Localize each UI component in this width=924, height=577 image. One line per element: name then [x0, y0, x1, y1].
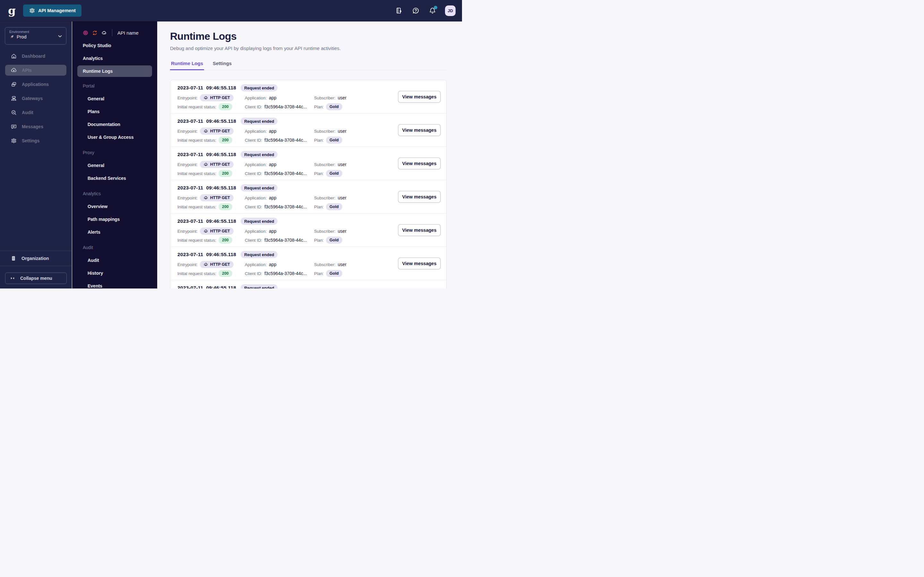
tab-settings[interactable]: Settings — [212, 61, 233, 70]
log-col-application: Application: app Client ID: f3c5964a-370… — [245, 93, 307, 111]
log-col-request: Entrypoint: HTTP GET Initial request sta… — [178, 93, 234, 111]
api-management-button[interactable]: API Management — [23, 5, 81, 17]
application-value: app — [269, 129, 276, 134]
status-field: Initial request status: 200 — [178, 269, 234, 277]
log-col-subscriber: Subscriber: user Plan: Gold — [314, 127, 347, 145]
api-menu-item-alerts[interactable]: Alerts — [72, 226, 157, 239]
log-entry: 2023-07-1109:46:55.118 Request ended Ent… — [170, 147, 446, 180]
api-menu-item-user-group-access[interactable]: User & Group Access — [72, 131, 157, 143]
plan-field: Plan: Gold — [314, 103, 347, 111]
gear-icon — [29, 7, 35, 14]
view-messages-button[interactable]: View messages — [398, 157, 441, 169]
cloud-check-icon — [102, 30, 107, 35]
sidebar-item-audit[interactable]: Audit — [5, 105, 66, 119]
api-menu-item-runtime-logs[interactable]: Runtime Logs — [78, 65, 152, 77]
sidebar-item-messages[interactable]: Messages — [5, 119, 66, 134]
log-entry-header: 2023-07-1109:46:55.118 Request ended — [178, 118, 278, 125]
log-entry-header: 2023-07-1109:46:55.118 Request ended — [178, 151, 278, 158]
log-col-request: Entrypoint: HTTP GET Initial request sta… — [178, 193, 234, 211]
api-menu-item-documentation[interactable]: Documentation — [72, 118, 157, 131]
tab-bar: Runtime Logs Settings — [170, 61, 447, 70]
sidebar-item-applications[interactable]: Applications — [5, 77, 66, 91]
page-subtitle: Debug and optimize your API by displayin… — [170, 45, 449, 51]
log-entry: 2023-07-1109:46:55.118 Request ended Ent… — [170, 280, 446, 288]
main-content: Runtime Logs Debug and optimize your API… — [157, 21, 462, 288]
application-value: app — [269, 95, 276, 100]
documentation-help-icon[interactable] — [395, 6, 403, 15]
log-timestamp: 2023-07-1109:46:55.118 — [178, 118, 236, 124]
http-method-badge: HTTP GET — [200, 161, 234, 168]
environment-selector[interactable]: Environment Prod — [5, 27, 66, 45]
api-menu-section-audit: Audit — [72, 241, 157, 254]
sidebar-item-organization[interactable]: Organization — [0, 251, 71, 266]
status-code-badge: 200 — [218, 137, 232, 143]
api-menu-item-events[interactable]: Events — [72, 279, 157, 288]
sidebar-item-gateways[interactable]: Gateways — [5, 91, 66, 105]
log-col-application: Application: app Client ID: f3c5964a-370… — [245, 160, 307, 178]
log-timestamp: 2023-07-1109:46:55.118 — [178, 185, 236, 191]
request-ended-badge: Request ended — [241, 184, 278, 191]
log-entry: 2023-07-1109:46:55.118 Request ended Ent… — [170, 80, 446, 113]
status-field: Initial request status: 200 — [178, 236, 234, 244]
client-id-value: f3c5964a-3708-44c... — [264, 204, 307, 210]
api-menu-item-audit[interactable]: Audit — [72, 254, 157, 267]
log-col-request: Entrypoint: HTTP GET Initial request sta… — [178, 260, 234, 278]
api-menu-item-history[interactable]: History — [72, 267, 157, 279]
api-menu-item-proxy-general[interactable]: General — [72, 159, 157, 172]
api-menu-item-policy-studio[interactable]: Policy Studio — [72, 39, 157, 52]
view-messages-button[interactable]: View messages — [398, 191, 441, 203]
status-code-badge: 200 — [218, 103, 232, 110]
api-menu-item-plans[interactable]: Plans — [72, 105, 157, 118]
sidebar-footer: Organization Collapse menu — [0, 251, 71, 288]
plan-field: Plan: Gold — [314, 269, 347, 277]
api-menu-section-portal: Portal — [72, 79, 157, 92]
api-menu-item-backend-services[interactable]: Backend Services — [72, 172, 157, 185]
status-code-badge: 200 — [218, 237, 232, 243]
application-field: Application: app — [245, 93, 307, 102]
status-field: Initial request status: 200 — [178, 136, 234, 144]
subscriber-value: user — [338, 262, 347, 267]
request-ended-badge: Request ended — [241, 151, 278, 158]
sidebar-item-dashboard[interactable]: Dashboard — [5, 49, 66, 63]
chevron-down-icon — [57, 33, 63, 39]
cloud-download-icon — [204, 162, 208, 167]
view-messages-button[interactable]: View messages — [398, 258, 441, 269]
sidebar-item-settings[interactable]: Settings — [5, 134, 66, 148]
view-messages-button[interactable]: View messages — [398, 124, 441, 136]
tab-runtime-logs[interactable]: Runtime Logs — [170, 61, 204, 70]
api-menu: API name Policy Studio Analytics Runtime… — [72, 21, 157, 288]
api-menu-section-analytics: Analytics — [72, 187, 157, 200]
cloud-download-icon — [204, 95, 208, 100]
log-col-request: Entrypoint: HTTP GET Initial request sta… — [178, 127, 234, 145]
status-field: Initial request status: 200 — [178, 103, 234, 111]
collapse-menu-button[interactable]: Collapse menu — [5, 272, 67, 284]
http-method-badge: HTTP GET — [200, 127, 234, 135]
cloud-download-icon — [204, 262, 208, 267]
subscriber-value: user — [338, 129, 347, 134]
log-col-application: Application: app Client ID: f3c5964a-370… — [245, 227, 307, 245]
cloud-icon — [11, 67, 17, 73]
client-id-value: f3c5964a-3708-44c... — [264, 137, 307, 143]
help-circle-icon[interactable] — [412, 6, 420, 15]
client-id-value: f3c5964a-3708-44c... — [264, 271, 307, 276]
log-entry: 2023-07-1109:46:55.118 Request ended Ent… — [170, 247, 446, 280]
bell-icon[interactable] — [428, 6, 437, 15]
api-menu-item-portal-general[interactable]: General — [72, 92, 157, 105]
status-code-badge: 200 — [218, 203, 232, 210]
view-messages-button[interactable]: View messages — [398, 91, 441, 103]
plan-field: Plan: Gold — [314, 169, 347, 177]
api-menu-item-path-mappings[interactable]: Path mappings — [72, 213, 157, 226]
sidebar-item-apis[interactable]: APIs — [5, 65, 66, 76]
client-id-field: Client ID: f3c5964a-3708-44c... — [245, 136, 307, 144]
client-id-field: Client ID: f3c5964a-3708-44c... — [245, 103, 307, 111]
view-messages-button[interactable]: View messages — [398, 224, 441, 236]
api-menu-item-analytics[interactable]: Analytics — [72, 52, 157, 65]
application-value: app — [269, 162, 276, 167]
http-method-badge: HTTP GET — [200, 194, 234, 201]
subscriber-field: Subscriber: user — [314, 93, 347, 102]
user-avatar[interactable]: JD — [445, 5, 456, 16]
api-menu-item-overview[interactable]: Overview — [72, 200, 157, 213]
log-col-subscriber: Subscriber: user Plan: Gold — [314, 260, 347, 278]
subscriber-field: Subscriber: user — [314, 193, 347, 202]
page-title: Runtime Logs — [170, 31, 449, 42]
